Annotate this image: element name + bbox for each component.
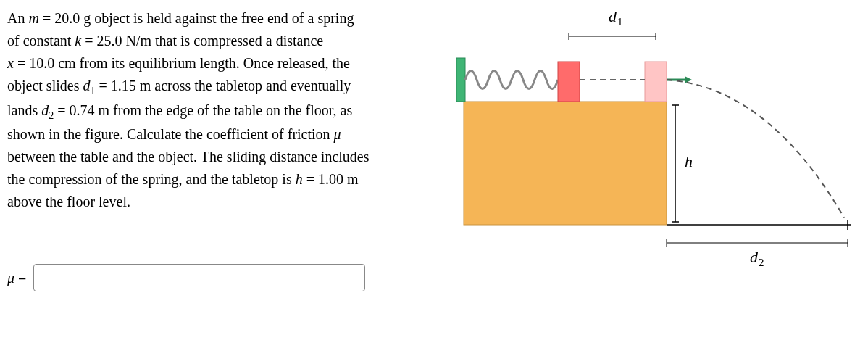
- trajectory-dash: [667, 80, 844, 218]
- var-k: k: [75, 33, 81, 49]
- problem-text: An m = 20.0 g object is held against the…: [7, 7, 435, 213]
- block-edge: [645, 62, 667, 102]
- d2-label: d: [750, 248, 759, 266]
- var-x: x: [7, 55, 14, 71]
- var-h: h: [296, 171, 303, 187]
- mu-symbol: μ: [7, 270, 14, 286]
- var-mu: μ: [334, 126, 341, 142]
- d1-sub-label: 1: [617, 16, 623, 28]
- text: = 25.0 N/m that is compressed a distance: [81, 33, 323, 49]
- answer-label: μ =: [7, 270, 26, 286]
- var-d1: d: [83, 78, 90, 94]
- h-label: h: [685, 152, 693, 170]
- text: lands: [7, 102, 41, 118]
- text: shown in the figure. Calculate the coeff…: [7, 126, 334, 142]
- text: = 0.74 m from the edge of the table on t…: [54, 102, 352, 118]
- text: = 10.0 cm from its equilibrium length. O…: [14, 55, 350, 71]
- table-rect: [464, 102, 667, 225]
- mu-input[interactable]: [33, 264, 365, 291]
- equals: =: [14, 270, 26, 286]
- text: = 20.0 g object is held against the free…: [39, 10, 354, 26]
- var-m: m: [28, 10, 38, 26]
- d2-sub-label: 2: [759, 257, 764, 268]
- text: object slides: [7, 78, 83, 94]
- text: between the table and the object. The sl…: [7, 149, 369, 165]
- text: the compression of the spring, and the t…: [7, 171, 296, 187]
- text: = 1.00 m: [303, 171, 359, 187]
- var-d2: d: [41, 102, 49, 118]
- physics-diagram: d 1 h d: [449, 7, 855, 268]
- text: An: [7, 10, 28, 26]
- d1-label: d: [609, 7, 617, 25]
- wall-rect: [456, 58, 465, 102]
- answer-row: μ =: [7, 264, 435, 291]
- text: above the floor level.: [7, 194, 130, 210]
- spring-icon: [465, 71, 558, 89]
- text: = 1.15 m across the tabletop and eventua…: [95, 78, 351, 94]
- text: of constant: [7, 33, 75, 49]
- block-start: [558, 62, 580, 102]
